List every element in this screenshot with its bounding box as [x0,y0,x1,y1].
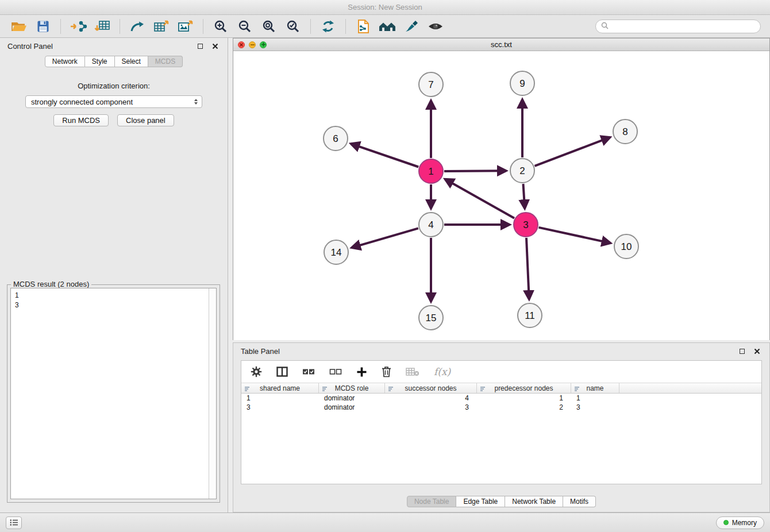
cell-mcds-role[interactable]: dominator [319,394,385,403]
close-panel-action-button[interactable]: Close panel [117,114,174,126]
node-15[interactable]: 15 [419,306,443,330]
cell-name[interactable]: 1 [571,394,619,403]
run-mcds-button[interactable]: Run MCDS [53,114,109,126]
network-window-titlebar: scc.txt [233,38,769,51]
apply-layout-button[interactable] [318,17,338,36]
edge-1-2[interactable] [444,171,506,171]
import-network-button[interactable] [68,17,88,36]
node-10[interactable]: 10 [614,234,638,259]
cell-successor-nodes[interactable]: 3 [385,403,477,412]
tab-node-table[interactable]: Node Table [407,496,457,507]
select-all-icon [302,368,315,376]
minimize-window-button[interactable] [249,41,256,48]
node-14[interactable]: 14 [324,240,348,264]
edge-1-6[interactable] [351,144,419,167]
zoom-window-button[interactable] [260,41,267,48]
cell-predecessor-nodes[interactable]: 1 [477,394,571,403]
delete-column-button[interactable] [382,366,391,377]
save-session-button[interactable] [33,17,53,36]
float-table-panel-button[interactable] [737,346,747,356]
node-11[interactable]: 11 [518,303,542,327]
first-neighbors-button[interactable] [353,17,374,36]
search-field[interactable] [595,20,761,33]
cell-name[interactable]: 3 [571,403,619,412]
node-8[interactable]: 8 [613,119,637,144]
cell-predecessor-nodes[interactable]: 2 [477,403,571,412]
select-stepper-icon [194,99,198,105]
tab-network-table[interactable]: Network Table [505,496,563,507]
tab-edge-table[interactable]: Edge Table [456,496,505,507]
cell-successor-nodes[interactable]: 4 [385,394,477,403]
tab-select[interactable]: Select [115,56,148,67]
homes-button[interactable] [377,17,398,36]
column-header-shared-name[interactable]: shared name [241,383,319,393]
export-network-button[interactable] [127,17,148,36]
network-canvas[interactable]: 7968124314101511 [233,51,769,340]
edge-2-8[interactable] [535,137,610,166]
search-icon [601,22,609,31]
export-table-button[interactable] [151,17,172,36]
add-column-button[interactable] [356,367,367,377]
show-hide-eye-button[interactable] [425,17,446,36]
deselect-all-button[interactable] [329,368,342,376]
zoom-fit-button[interactable] [259,17,279,36]
delete-table-icon [406,367,419,376]
node-label: 15 [426,313,437,323]
tab-motifs[interactable]: Motifs [563,496,596,507]
zoom-selected-button[interactable] [283,17,303,36]
node-7[interactable]: 7 [419,72,443,97]
export-image-icon [178,20,194,33]
node-4[interactable]: 4 [419,213,443,237]
tab-style[interactable]: Style [85,56,115,67]
delete-table-button[interactable] [406,367,419,376]
tab-network[interactable]: Network [45,56,85,67]
float-panel-button[interactable] [195,41,205,51]
node-9[interactable]: 9 [510,71,534,95]
node-3[interactable]: 3 [514,213,538,237]
edge-2-3[interactable] [523,184,525,209]
edge-3-10[interactable] [539,228,611,243]
result-scrollbar[interactable] [209,288,216,499]
column-header-name[interactable]: name [571,383,619,393]
function-builder-button[interactable]: f(x) [434,366,451,377]
edge-3-1[interactable] [445,179,514,218]
open-session-button[interactable] [9,17,29,36]
gear-icon [251,366,262,377]
table-panel-title: Table Panel [241,347,280,356]
table-settings-button[interactable] [251,366,262,377]
tab-mcds[interactable]: MCDS [148,56,183,67]
close-table-panel-button[interactable] [752,346,762,356]
control-panel: Control Panel Network Style Select MCDS … [0,38,228,512]
node-label: 6 [333,133,338,144]
zoom-in-button[interactable] [210,17,231,36]
column-header-mcds-role[interactable]: MCDS role [319,383,385,393]
cell-shared-name[interactable]: 3 [241,403,319,412]
table-row[interactable]: 3 dominator 3 2 3 [241,403,761,412]
cell-shared-name[interactable]: 1 [241,394,319,403]
style-brush-button[interactable] [401,17,422,36]
import-table-button[interactable] [92,17,113,36]
column-header-successor-nodes[interactable]: successor nodes [385,383,477,393]
close-window-button[interactable] [238,41,245,48]
edge-3-11[interactable] [526,238,529,299]
node-1[interactable]: 1 [419,159,443,183]
column-header-predecessor-nodes[interactable]: predecessor nodes [477,383,571,393]
criterion-select[interactable]: strongly connected component [25,95,202,108]
main-toolbar [0,15,770,38]
select-all-button[interactable] [302,368,315,376]
show-columns-button[interactable] [276,367,288,377]
search-input[interactable] [611,22,755,30]
memory-button[interactable]: Memory [716,516,764,529]
node-2[interactable]: 2 [510,159,534,183]
cell-mcds-role[interactable]: dominator [319,403,385,412]
close-panel-button[interactable] [210,41,220,51]
trash-icon [382,366,391,377]
task-history-button[interactable] [6,516,22,529]
table-row[interactable]: 1 dominator 4 1 1 [241,394,761,403]
node-6[interactable]: 6 [324,126,348,151]
zoom-out-button[interactable] [234,17,255,36]
edge-4-14[interactable] [352,228,418,248]
sort-icon [480,385,486,394]
style-brush-icon [404,20,419,33]
export-image-button[interactable] [175,17,196,36]
